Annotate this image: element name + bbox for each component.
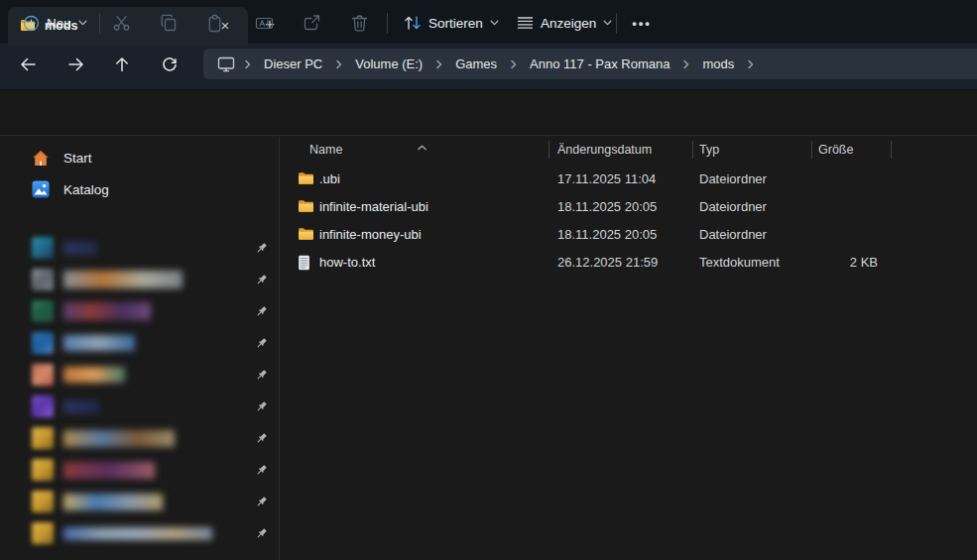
chevron-down-icon	[78, 20, 87, 26]
breadcrumb-item-3[interactable]: Games	[446, 53, 506, 75]
pinned-item-label	[63, 271, 183, 288]
pin-icon	[255, 464, 268, 477]
sidebar-item-home-label: Start	[63, 151, 92, 166]
pinned-item-5[interactable]	[8, 359, 272, 391]
pin-icon	[255, 527, 268, 540]
breadcrumb-item-1[interactable]: Dieser PC	[255, 53, 331, 75]
pin-icon	[255, 400, 268, 413]
file-row[interactable]: how-to.txt 26.12.2025 21:59 Textdokument…	[280, 249, 893, 277]
back-arrow-icon	[20, 57, 37, 71]
up-button[interactable]	[105, 50, 139, 79]
pin-icon	[255, 242, 268, 255]
pinned-item-1[interactable]	[8, 232, 272, 264]
chevron-right-icon[interactable]	[240, 59, 255, 69]
new-button[interactable]: Neu	[14, 7, 96, 39]
chevron-right-icon[interactable]	[331, 59, 346, 69]
header-size[interactable]: Größe	[818, 143, 853, 157]
pinned-item-8[interactable]	[8, 454, 272, 486]
forward-arrow-icon	[67, 57, 84, 71]
pin-icon	[255, 305, 268, 318]
home-icon	[32, 150, 50, 167]
pin-icon	[255, 305, 268, 318]
pinned-item-3[interactable]	[8, 295, 272, 327]
file-date: 26.12.2025 21:59	[557, 255, 658, 270]
file-row[interactable]: infinite-money-ubi 18.11.2025 20:05 Date…	[280, 221, 893, 249]
file-type: Dateiordner	[699, 171, 767, 186]
copy-button[interactable]	[151, 7, 186, 39]
pin-icon	[255, 464, 268, 477]
view-button[interactable]: Anzeigen	[508, 7, 621, 39]
pinned-item-icon	[32, 300, 54, 322]
header-date[interactable]: Änderungsdatum	[557, 143, 652, 157]
command-toolbar	[0, 89, 977, 136]
list-header: Name Änderungsdatum Typ Größe	[280, 137, 977, 164]
file-row[interactable]: infinite-material-ubi 18.11.2025 20:05 D…	[280, 193, 893, 221]
sidebar-item-gallery[interactable]: Katalog	[8, 174, 268, 204]
pinned-item-label	[63, 302, 151, 320]
chevron-right-icon[interactable]	[431, 59, 446, 69]
pinned-item-label	[63, 462, 155, 479]
sidebar: Start Katalog	[0, 137, 279, 560]
rename-button[interactable]	[246, 7, 282, 39]
breadcrumb-item-5[interactable]: mods	[693, 53, 743, 75]
more-options-button[interactable]: •••	[624, 7, 660, 39]
file-name: infinite-material-ubi	[319, 199, 428, 214]
plus-circle-icon	[23, 15, 40, 32]
this-pc-icon	[212, 56, 240, 72]
pinned-item-label	[63, 430, 175, 447]
pinned-item-6[interactable]	[8, 391, 272, 422]
breadcrumb-item-2[interactable]: Volume (E:)	[346, 53, 431, 75]
pin-icon	[255, 369, 268, 382]
text-file-icon	[298, 255, 310, 271]
refresh-button[interactable]	[153, 50, 186, 79]
file-name: infinite-money-ubi	[319, 227, 422, 242]
file-date: 18.11.2025 20:05	[557, 199, 657, 214]
back-button[interactable]	[11, 50, 45, 79]
gallery-icon	[32, 180, 50, 198]
file-list-panel: Name Änderungsdatum Typ Größe .ubi 17.11…	[280, 137, 977, 560]
pinned-item-label	[63, 527, 212, 540]
trash-icon	[351, 14, 368, 33]
pinned-item-icon	[32, 491, 54, 512]
pin-icon	[255, 496, 268, 508]
copy-icon	[160, 14, 178, 32]
sidebar-item-home[interactable]: Start	[8, 143, 268, 172]
sort-button[interactable]: Sortieren	[395, 7, 508, 39]
new-button-label: Neu	[47, 16, 71, 31]
chevron-right-icon[interactable]	[678, 59, 693, 69]
chevron-right-icon[interactable]	[743, 59, 758, 69]
file-size: 2 KB	[779, 255, 878, 270]
address-bar[interactable]: Dieser PCVolume (E:)GamesAnno 117 - Pax …	[203, 49, 977, 79]
sort-button-label: Sortieren	[428, 16, 483, 31]
file-type: Textdokument	[699, 255, 780, 270]
pinned-item-icon	[32, 269, 54, 290]
header-type[interactable]: Typ	[699, 143, 719, 157]
pin-icon	[255, 274, 268, 286]
file-name: how-to.txt	[319, 255, 375, 270]
pinned-item-7[interactable]	[8, 422, 272, 454]
paste-icon	[207, 14, 225, 33]
file-row[interactable]: .ubi 17.11.2025 11:04 Dateiordner	[280, 166, 893, 193]
file-type: Dateiordner	[699, 199, 767, 214]
pinned-item-10[interactable]	[8, 517, 272, 549]
pinned-item-icon	[32, 427, 54, 449]
folder-icon	[298, 227, 314, 241]
file-date: 18.11.2025 20:05	[557, 227, 657, 242]
file-name: .ubi	[319, 171, 340, 186]
breadcrumb-item-4[interactable]: Anno 117 - Pax Romana	[521, 53, 678, 75]
forward-button[interactable]	[59, 50, 92, 79]
paste-button[interactable]	[198, 7, 234, 39]
header-name[interactable]: Name	[309, 143, 342, 157]
chevron-right-icon[interactable]	[506, 59, 521, 69]
pinned-item-4[interactable]	[8, 327, 272, 359]
pinned-item-label	[63, 400, 99, 413]
pinned-item-label	[63, 494, 163, 510]
cut-button[interactable]	[103, 7, 139, 39]
pinned-item-icon	[32, 522, 54, 544]
pinned-item-9[interactable]	[8, 486, 272, 517]
pin-icon	[255, 432, 268, 445]
share-button[interactable]	[294, 7, 329, 39]
delete-button[interactable]	[341, 7, 377, 39]
pinned-item-2[interactable]	[8, 264, 272, 295]
pin-icon	[255, 369, 268, 382]
